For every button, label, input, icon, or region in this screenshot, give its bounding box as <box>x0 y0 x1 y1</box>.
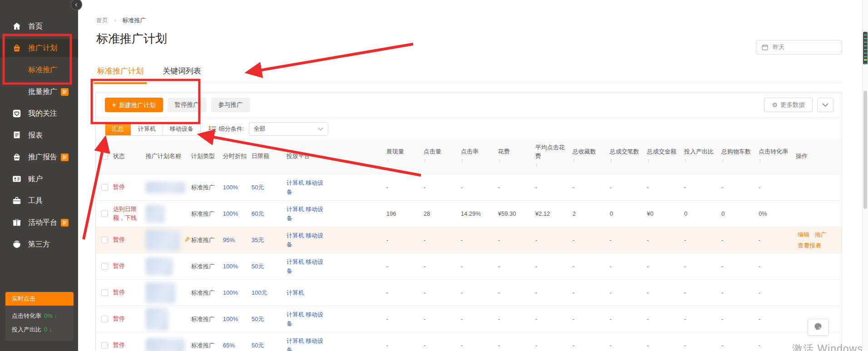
row-checkbox[interactable] <box>101 263 108 270</box>
daily-limit-cell: 100元 <box>252 280 286 306</box>
join-campaign-button[interactable]: 参与推广 <box>211 98 250 112</box>
sort-ascending-icon[interactable]: ↑ <box>424 157 456 165</box>
daily-limit-link[interactable]: 50元 <box>252 341 264 350</box>
table-row: 暂停标准推广100%50元计算机 移动设备----------- <box>96 174 842 201</box>
daily-limit-link[interactable]: 50元 <box>252 315 264 324</box>
discount-link[interactable]: 100% <box>223 262 238 271</box>
redacted-plan-name <box>146 338 185 351</box>
realtime-metric: 点击转化率0%↓ <box>12 312 67 320</box>
new-campaign-button[interactable]: +新建推广计划 <box>105 98 163 112</box>
operation-link[interactable]: 推广 <box>815 230 827 239</box>
discount-link[interactable]: 100% <box>223 315 238 324</box>
tab-active[interactable]: 标准推广计划 <box>96 62 144 84</box>
daily-limit-link[interactable]: 50元 <box>252 262 264 271</box>
sort-ascending-icon[interactable]: ↑ <box>684 157 717 165</box>
platform-link[interactable]: 计算机 移动设备 <box>286 231 326 249</box>
metric-cell: - <box>424 332 461 351</box>
sidebar-item[interactable]: 推广报告新 <box>0 148 78 166</box>
daily-limit-cell: 60元 <box>252 201 286 227</box>
edit-pencil-icon[interactable]: ✎ <box>184 235 190 245</box>
row-checkbox[interactable] <box>101 342 108 349</box>
device-tab[interactable]: 汇总 <box>105 123 131 135</box>
row-checkbox[interactable] <box>101 184 108 191</box>
row-checkbox[interactable] <box>101 237 108 243</box>
row-checkbox[interactable] <box>101 316 108 322</box>
scrollbar-thumb[interactable] <box>863 91 867 209</box>
platform-link[interactable]: 计算机 移动设备 <box>286 257 326 275</box>
sort-ascending-icon[interactable]: ↑ <box>498 157 531 165</box>
daily-limit-link[interactable]: 35元 <box>252 236 264 245</box>
sort-ascending-icon[interactable]: ↑ <box>721 157 754 165</box>
sidebar-item[interactable]: 批量推广新 <box>0 83 78 101</box>
discount-link[interactable]: 95% <box>223 236 235 245</box>
plan-name-cell[interactable] <box>146 332 191 351</box>
sort-ascending-icon[interactable]: ↑ <box>610 157 642 165</box>
plan-type-cell: 标准推广 <box>191 227 223 253</box>
plan-name-cell[interactable] <box>146 253 191 279</box>
metric-cell: - <box>721 306 759 332</box>
platform-cell: 计算机 移动设备 <box>286 201 386 227</box>
daily-limit-link[interactable]: 100元 <box>252 288 267 297</box>
date-range-picker[interactable]: 昨天 <box>756 40 842 54</box>
sidebar-item[interactable]: 标准推广 <box>0 61 78 79</box>
sort-ascending-icon[interactable]: ↑ <box>759 157 791 165</box>
more-data-button[interactable]: ⚙更多数据 <box>764 98 813 112</box>
sidebar-item[interactable]: 账户 <box>0 170 78 188</box>
plan-name-cell[interactable] <box>146 174 191 200</box>
platform-link[interactable]: 计算机 移动设备 <box>286 336 326 351</box>
platform-link[interactable]: 计算机 移动设备 <box>286 178 326 196</box>
platform-link[interactable]: 计算机 移动设备 <box>286 310 326 328</box>
sort-ascending-icon[interactable]: ↑ <box>572 157 605 165</box>
discount-link[interactable]: 100% <box>223 183 238 192</box>
calendar-icon <box>762 44 768 50</box>
operation-link[interactable]: 查看报表 <box>798 241 821 250</box>
select-all-checkbox[interactable] <box>101 153 108 160</box>
platform-link[interactable]: 计算机 <box>286 288 304 297</box>
column-header: 操作 <box>796 139 842 174</box>
row-checkbox-cell <box>96 201 113 227</box>
tab-inactive[interactable]: 关键词列表 <box>162 62 202 84</box>
sidebar-item[interactable]: 我的关注 <box>0 104 78 123</box>
discount-link[interactable]: 65% <box>223 341 235 350</box>
support-chat-button[interactable] <box>808 319 829 336</box>
sidebar-item[interactable]: 首页 <box>0 17 78 35</box>
platform-link[interactable]: 计算机 移动设备 <box>286 205 326 222</box>
sidebar-item[interactable]: 第三方 <box>0 235 78 253</box>
status-badge: 暂停 <box>113 288 125 297</box>
sort-ascending-icon[interactable]: ↑ <box>647 157 680 165</box>
metric-cell: - <box>572 227 610 253</box>
operation-link[interactable]: 编辑 <box>798 230 809 239</box>
sidebar-item[interactable]: 活动平台新 <box>0 213 78 232</box>
sidebar-item[interactable]: 报表 <box>0 126 78 144</box>
plan-name-cell[interactable] <box>146 280 191 306</box>
device-tab[interactable]: 计算机 <box>131 123 163 135</box>
daily-limit-link[interactable]: 50元 <box>252 183 264 192</box>
plan-name-cell[interactable]: ✎ <box>146 227 191 253</box>
column-header: 分时折扣 <box>223 139 252 174</box>
gift-icon <box>12 218 22 227</box>
plan-type-cell: 标准推广 <box>191 280 223 306</box>
segment-condition-select[interactable]: 全部 <box>249 122 328 136</box>
sidebar-item[interactable]: 工具 <box>0 192 78 210</box>
daily-limit-link[interactable]: 60元 <box>252 209 264 218</box>
metric-cell: - <box>535 332 572 351</box>
new-badge: 新 <box>61 88 69 96</box>
plan-name-cell[interactable] <box>146 306 191 332</box>
plan-type-cell: 标准推广 <box>191 174 223 200</box>
collapse-panel-button[interactable] <box>817 98 833 112</box>
row-checkbox[interactable] <box>101 210 108 217</box>
sort-ascending-icon[interactable]: ↑ <box>535 162 568 169</box>
plan-type-cell: 标准推广 <box>191 201 223 227</box>
breadcrumb-home-link[interactable]: 首页 <box>96 17 108 24</box>
row-checkbox[interactable] <box>101 289 108 296</box>
scrollbar-minimap-thumb[interactable] <box>863 32 868 64</box>
metric-cell: - <box>386 253 424 279</box>
pause-campaign-button[interactable]: 暂停推广 <box>168 98 207 112</box>
sidebar-item[interactable]: 推广计划 <box>0 39 78 57</box>
plan-name-cell[interactable] <box>146 201 191 227</box>
discount-link[interactable]: 100% <box>223 209 238 218</box>
sort-ascending-icon[interactable]: ↑ <box>386 157 419 165</box>
sort-ascending-icon[interactable]: ↑ <box>461 157 493 165</box>
device-tab[interactable]: 移动设备 <box>163 123 200 135</box>
discount-link[interactable]: 100% <box>223 288 238 297</box>
